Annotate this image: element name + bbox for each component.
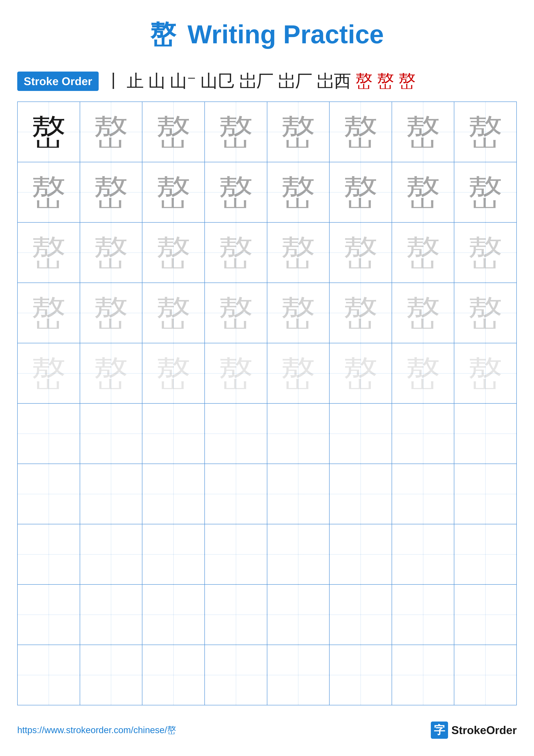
grid-cell[interactable]: 嶅	[454, 343, 517, 403]
grid-cell-empty[interactable]	[267, 584, 330, 645]
grid-cell[interactable]: 嶅	[205, 102, 267, 162]
grid-cell-empty[interactable]	[205, 645, 267, 705]
grid-cell[interactable]: 嶅	[205, 343, 267, 403]
grid-cell-empty[interactable]	[80, 584, 142, 645]
grid-cell-empty[interactable]	[392, 584, 454, 645]
grid-cell-empty[interactable]	[80, 524, 142, 584]
brand-name: StrokeOrder	[451, 724, 517, 737]
practice-char: 嶅	[343, 175, 378, 209]
grid-cell-empty[interactable]	[142, 524, 205, 584]
stroke-order-badge: Stroke Order	[17, 71, 99, 91]
grid-cell[interactable]: 嶅	[267, 283, 330, 343]
grid-cell-empty[interactable]	[392, 464, 454, 524]
grid-cell-empty[interactable]	[142, 645, 205, 705]
practice-char: 嶅	[468, 115, 502, 149]
grid-cell[interactable]: 嶅	[80, 343, 142, 403]
grid-cell[interactable]: 嶅	[142, 222, 205, 283]
stroke-step-5: 山㔾	[200, 69, 235, 93]
table-row: 嶅 嶅 嶅 嶅 嶅 嶅 嶅 嶅	[17, 102, 517, 162]
grid-cell-empty[interactable]	[205, 464, 267, 524]
grid-cell[interactable]: 嶅	[454, 162, 517, 222]
grid-cell[interactable]: 嶅	[392, 283, 454, 343]
grid-cell[interactable]: 嶅	[267, 222, 330, 283]
grid-cell[interactable]: 嶅	[454, 102, 517, 162]
grid-cell-empty[interactable]	[267, 645, 330, 705]
grid-cell-empty[interactable]	[454, 464, 517, 524]
grid-cell-empty[interactable]	[392, 524, 454, 584]
grid-cell-empty[interactable]	[454, 524, 517, 584]
practice-char: 嶅	[343, 296, 378, 330]
grid-cell[interactable]: 嶅	[392, 162, 454, 222]
grid-cell[interactable]: 嶅	[80, 162, 142, 222]
grid-cell[interactable]: 嶅	[329, 102, 392, 162]
practice-char: 嶅	[94, 235, 128, 270]
grid-cell-empty[interactable]	[392, 403, 454, 464]
grid-cell-empty[interactable]	[80, 403, 142, 464]
grid-cell-empty[interactable]	[17, 524, 80, 584]
grid-cell-empty[interactable]	[329, 645, 392, 705]
grid-cell-empty[interactable]	[17, 464, 80, 524]
grid-cell[interactable]: 嶅	[142, 162, 205, 222]
grid-cell-empty[interactable]	[142, 584, 205, 645]
grid-cell[interactable]: 嶅	[205, 222, 267, 283]
grid-cell[interactable]: 嶅	[267, 162, 330, 222]
grid-cell[interactable]: 嶅	[142, 102, 205, 162]
grid-cell-empty[interactable]	[454, 645, 517, 705]
grid-cell-empty[interactable]	[329, 464, 392, 524]
grid-cell-empty[interactable]	[267, 464, 330, 524]
grid-cell-empty[interactable]	[205, 584, 267, 645]
grid-cell-empty[interactable]	[267, 403, 330, 464]
grid-cell[interactable]: 嶅	[329, 343, 392, 403]
table-row	[17, 584, 517, 645]
grid-cell-empty[interactable]	[329, 524, 392, 584]
stroke-step-4: 山⁻	[170, 69, 196, 93]
grid-cell[interactable]: 嶅	[205, 283, 267, 343]
practice-char: 嶅	[32, 175, 66, 209]
grid-cell-empty[interactable]	[454, 403, 517, 464]
grid-cell[interactable]: 嶅	[329, 162, 392, 222]
grid-cell[interactable]: 嶅	[142, 343, 205, 403]
grid-cell-empty[interactable]	[329, 584, 392, 645]
grid-cell-empty[interactable]	[329, 403, 392, 464]
grid-cell-empty[interactable]	[205, 524, 267, 584]
grid-cell[interactable]: 嶅	[17, 222, 80, 283]
grid-cell-empty[interactable]	[80, 645, 142, 705]
grid-cell[interactable]: 嶅	[80, 283, 142, 343]
grid-cell-empty[interactable]	[17, 645, 80, 705]
grid-cell[interactable]: 嶅	[205, 162, 267, 222]
footer-url[interactable]: https://www.strokeorder.com/chinese/嶅	[17, 724, 176, 736]
grid-cell-empty[interactable]	[267, 524, 330, 584]
grid-cell[interactable]: 嶅	[454, 283, 517, 343]
grid-cell-empty[interactable]	[17, 403, 80, 464]
table-row	[17, 464, 517, 524]
practice-char: 嶅	[406, 356, 440, 391]
grid-cell[interactable]: 嶅	[267, 343, 330, 403]
grid-cell-empty[interactable]	[142, 464, 205, 524]
practice-char: 嶅	[468, 235, 502, 270]
grid-cell-empty[interactable]	[80, 464, 142, 524]
grid-cell[interactable]: 嶅	[17, 162, 80, 222]
grid-cell[interactable]: 嶅	[17, 102, 80, 162]
grid-cell-empty[interactable]	[392, 645, 454, 705]
grid-cell-empty[interactable]	[454, 584, 517, 645]
grid-cell-empty[interactable]	[205, 403, 267, 464]
grid-cell[interactable]: 嶅	[329, 283, 392, 343]
grid-cell[interactable]: 嶅	[80, 222, 142, 283]
practice-char: 嶅	[406, 115, 440, 149]
practice-char: 嶅	[343, 115, 378, 149]
grid-cell-empty[interactable]	[142, 403, 205, 464]
grid-cell-empty[interactable]	[17, 584, 80, 645]
grid-cell[interactable]: 嶅	[329, 222, 392, 283]
grid-cell[interactable]: 嶅	[142, 283, 205, 343]
grid-cell[interactable]: 嶅	[17, 343, 80, 403]
practice-char: 嶅	[281, 356, 315, 391]
grid-cell[interactable]: 嶅	[392, 102, 454, 162]
table-row: 嶅 嶅 嶅 嶅 嶅 嶅 嶅 嶅	[17, 343, 517, 403]
grid-cell[interactable]: 嶅	[267, 102, 330, 162]
grid-cell[interactable]: 嶅	[80, 102, 142, 162]
grid-cell[interactable]: 嶅	[392, 343, 454, 403]
grid-cell[interactable]: 嶅	[454, 222, 517, 283]
grid-cell[interactable]: 嶅	[392, 222, 454, 283]
grid-cell[interactable]: 嶅	[17, 283, 80, 343]
practice-char: 嶅	[343, 235, 378, 270]
